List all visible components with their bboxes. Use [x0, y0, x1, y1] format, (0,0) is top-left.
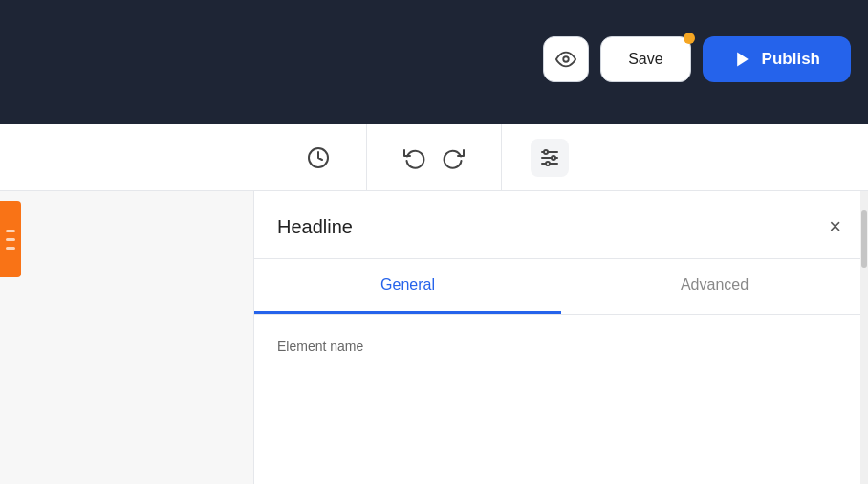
undo-button[interactable]: [396, 139, 434, 177]
toolbar-undoredo-section: [367, 124, 502, 190]
notification-dot: [684, 33, 695, 44]
top-bar: Save Publish: [0, 0, 868, 124]
svg-point-6: [544, 150, 548, 154]
element-line-1: [6, 230, 15, 232]
top-bar-actions: Save Publish: [543, 36, 851, 82]
toolbar-settings-section: [502, 124, 597, 190]
tab-general[interactable]: General: [254, 259, 561, 314]
scrollbar-thumb: [861, 210, 867, 268]
svg-marker-1: [737, 53, 749, 67]
tab-advanced[interactable]: Advanced: [561, 259, 868, 314]
panel-title: Headline: [277, 216, 353, 238]
history-button[interactable]: [299, 139, 337, 177]
main-area: Headline × General Advanced Element name: [0, 191, 868, 484]
element-name-label: Element name: [277, 339, 363, 354]
eye-icon: [555, 49, 576, 70]
undo-icon: [403, 146, 426, 169]
save-label: Save: [628, 51, 662, 67]
settings-panel: Headline × General Advanced Element name: [253, 191, 868, 484]
panel-tabs: General Advanced: [254, 259, 868, 315]
svg-point-7: [552, 156, 555, 160]
svg-point-0: [563, 56, 569, 62]
panel-body: Element name: [254, 315, 868, 484]
element-line-2: [6, 238, 15, 241]
redo-button[interactable]: [434, 139, 472, 177]
toolbar-row: [0, 124, 868, 191]
publish-button[interactable]: Publish: [703, 36, 851, 82]
element-line-3: [6, 247, 15, 250]
left-panel: [0, 191, 253, 484]
toolbar-history-section: [271, 124, 367, 190]
redo-icon: [442, 146, 465, 169]
publish-label: Publish: [762, 50, 820, 69]
svg-point-8: [546, 162, 550, 165]
close-button[interactable]: ×: [825, 212, 845, 241]
sliders-icon: [538, 146, 561, 169]
close-icon: ×: [829, 214, 841, 238]
save-button[interactable]: Save: [600, 36, 690, 82]
settings-button[interactable]: [531, 139, 569, 177]
publish-icon: [733, 50, 752, 69]
clock-icon: [307, 146, 330, 169]
panel-header: Headline ×: [254, 191, 868, 259]
orange-element[interactable]: [0, 201, 21, 277]
scrollbar[interactable]: [860, 191, 868, 484]
preview-button[interactable]: [543, 36, 589, 82]
